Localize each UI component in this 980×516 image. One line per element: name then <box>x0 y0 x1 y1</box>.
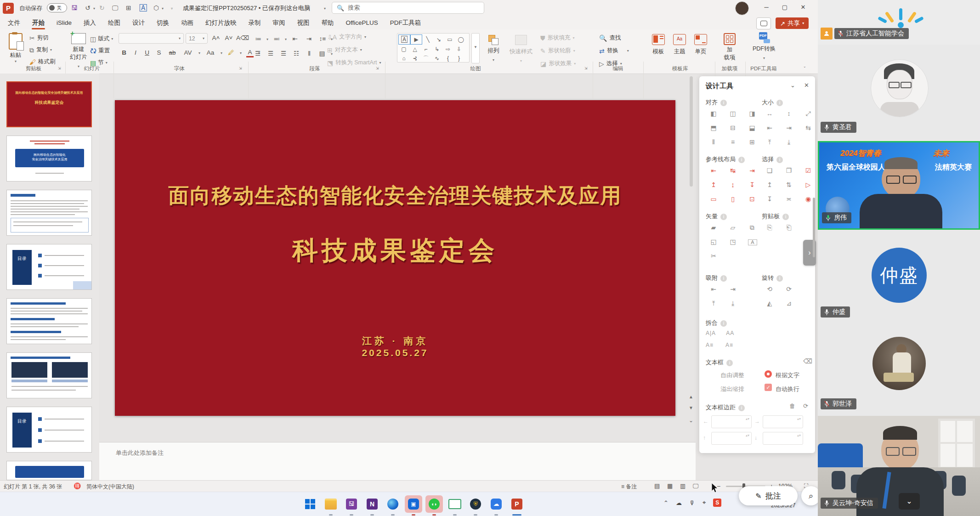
stretch-top-icon[interactable]: ⤒ <box>760 139 779 145</box>
screen-share-icon[interactable] <box>446 495 464 513</box>
single-page-button[interactable]: 单页 <box>691 34 710 56</box>
tab-slideshow[interactable]: 幻灯片放映 <box>199 17 243 29</box>
cloud-drive-icon[interactable]: ☁ <box>487 495 505 513</box>
snap-bottom-icon[interactable]: ⤓ <box>723 300 742 306</box>
quick-styles-button[interactable]: 快速样式▾ <box>507 35 535 64</box>
guide-center-v-icon[interactable]: ↨ <box>723 181 742 188</box>
layout-button[interactable]: ◫版式▾ <box>90 35 113 43</box>
split-para-icon[interactable]: A≡ <box>706 342 714 348</box>
search-input[interactable]: 🔍 搜索 <box>332 2 484 14</box>
tray-mic-icon[interactable]: 🎙 <box>689 499 695 506</box>
select-checkbox-icon[interactable]: ☑ <box>799 167 818 174</box>
elbow-arrow-shape-icon[interactable]: ↳ <box>431 45 442 54</box>
stretch-left-icon[interactable]: ⇤ <box>760 125 779 131</box>
tab-file[interactable]: 文件 <box>2 17 26 29</box>
panel-scrollbar-thumb[interactable] <box>813 198 815 257</box>
arc-shape-icon[interactable]: ⌒ <box>420 54 431 63</box>
template-button[interactable]: 模板 <box>649 34 668 56</box>
participant-tile[interactable]: 江苏省人工智能学会 <box>818 0 980 45</box>
guide-center-h-icon[interactable]: ↹ <box>723 167 742 174</box>
slide-thumbnail-7[interactable]: 目录 <box>6 407 92 453</box>
split-text-icon[interactable]: A|A <box>706 330 716 336</box>
left-brace-shape-icon[interactable]: { <box>442 54 453 63</box>
auto-wrap-checkbox[interactable]: ✓ <box>765 384 772 391</box>
eraser-icon[interactable]: ⌫ <box>803 357 812 365</box>
undo-icon[interactable]: ↺ <box>85 4 91 11</box>
align-top-icon[interactable]: ⬒ <box>704 125 723 131</box>
edge-icon[interactable] <box>384 495 402 513</box>
select-similar-icon[interactable]: ❐ <box>779 167 799 174</box>
shapes-chevron-icon[interactable]: ▾ <box>162 6 164 11</box>
subtract-icon[interactable]: ◳ <box>723 238 742 245</box>
free-adjust-option[interactable]: 自由调整 <box>720 371 744 380</box>
stretch-right-icon[interactable]: ⇥ <box>779 125 799 131</box>
previous-slide-icon[interactable]: ▲ <box>689 394 693 399</box>
slide-thumbnail-8[interactable] <box>6 461 92 480</box>
columns-button[interactable]: ⫴ <box>305 49 313 59</box>
tab-pdftool[interactable]: PDF工具箱 <box>384 17 427 29</box>
font-color-button[interactable]: A <box>246 48 254 57</box>
notes-placeholder[interactable]: 单击此处添加备注 <box>116 449 696 457</box>
intersect-icon[interactable]: ◱ <box>704 238 723 245</box>
pdf-convert-button[interactable]: PDF PDF转换 ▾ <box>750 32 778 61</box>
bold-button[interactable]: B <box>120 48 128 58</box>
tab-help[interactable]: 帮助 <box>316 17 340 29</box>
slideshow-view-icon[interactable]: 🖵 <box>693 482 699 490</box>
curve-shape-icon[interactable]: ∿ <box>431 54 442 63</box>
shape-effects-button[interactable]: ◪形状效果▾ <box>540 60 576 68</box>
tab-home[interactable]: 开始 <box>26 17 51 29</box>
align-center-button[interactable]: ☰ <box>266 49 275 59</box>
guide-left-icon[interactable]: ⇤ <box>704 167 723 174</box>
triangle-shape-icon[interactable]: △ <box>409 45 420 54</box>
text-vector-icon[interactable]: A <box>748 239 757 245</box>
same-size-icon[interactable]: ⤢ <box>799 110 818 117</box>
tab-record[interactable]: 录制 <box>243 17 267 29</box>
tab-draw[interactable]: 绘图 <box>102 17 126 29</box>
select-below-icon[interactable]: ↧ <box>760 196 779 202</box>
flip-vertical-icon[interactable]: ⊿ <box>779 300 799 306</box>
normal-view-icon[interactable]: ▤ <box>654 482 660 489</box>
tencent-meeting-icon[interactable]: ▣ <box>405 495 422 513</box>
align-middle-icon[interactable]: ⊟ <box>723 125 742 131</box>
comments-button[interactable] <box>756 17 771 29</box>
line-shape-icon[interactable]: ╲ <box>422 35 433 44</box>
drawing-dialog-launcher-icon[interactable]: ⇲ <box>584 66 588 70</box>
info-icon[interactable]: i <box>720 320 727 327</box>
arrow-shape-icon[interactable]: ↘ <box>433 35 444 44</box>
snap-top-icon[interactable]: ⤒ <box>704 300 723 306</box>
find-button[interactable]: 🔍查找 <box>599 34 621 42</box>
fragment-icon[interactable]: ⧉ <box>742 224 762 231</box>
wps-icon[interactable]: 🖫 <box>343 495 360 513</box>
collapse-video-chevron-button[interactable]: ⌄ <box>899 493 920 510</box>
powerpoint-taskbar-icon[interactable]: P <box>508 495 526 513</box>
tray-device-icon[interactable]: ⌖ <box>702 499 706 506</box>
right-brace-shape-icon[interactable]: } <box>453 54 465 63</box>
tab-design[interactable]: 设计 <box>126 17 151 29</box>
font-name-combo[interactable]: ▾ <box>119 33 184 44</box>
tab-insert[interactable]: 插入 <box>78 17 102 29</box>
select-middle-icon[interactable]: ⇅ <box>779 181 799 188</box>
maximize-button[interactable]: ▢ <box>776 0 794 14</box>
shapes-gallery[interactable]: 🄰▶╲↘▭◯ ▢△⌐↳⇨⇩ ⌂⊰⌒∿{} <box>397 33 470 62</box>
clipboard-dialog-launcher-icon[interactable]: ⇲ <box>58 66 61 70</box>
title-chevron-icon[interactable]: ▾ <box>324 6 326 11</box>
guide-height-icon[interactable]: ▯ <box>723 196 742 202</box>
shapes-icon[interactable]: ⬡ <box>153 4 159 11</box>
select-group-icon[interactable]: ❏ <box>760 167 779 174</box>
text-columns-button[interactable]: ▤ <box>318 49 326 59</box>
participant-tile[interactable]: 仲盛 仲盛 <box>818 232 980 322</box>
account-avatar[interactable] <box>735 1 749 15</box>
share-button[interactable]: ↗ 共享 ▾ <box>776 17 809 29</box>
panel-collapse-icon[interactable]: ⌄ <box>790 82 795 89</box>
reading-view-icon[interactable]: ▥ <box>680 482 685 489</box>
paragraph-dialog-launcher-icon[interactable]: ⇲ <box>376 66 379 70</box>
align-right-icon[interactable]: ◨ <box>742 110 762 117</box>
overflow-option[interactable]: 溢出缩排 <box>720 385 744 393</box>
replace-button[interactable]: ⇄替换▾ <box>599 47 629 55</box>
distribute-v-icon[interactable]: ≡ <box>723 139 742 145</box>
oval-shape-icon[interactable]: ◯ <box>455 35 466 44</box>
rounded-rect-shape-icon[interactable]: ▢ <box>398 45 409 54</box>
guide-bottom-icon[interactable]: ↧ <box>742 181 762 188</box>
guide-right-icon[interactable]: ⇥ <box>742 167 762 174</box>
tray-expand-icon[interactable]: ⌃ <box>663 499 668 506</box>
